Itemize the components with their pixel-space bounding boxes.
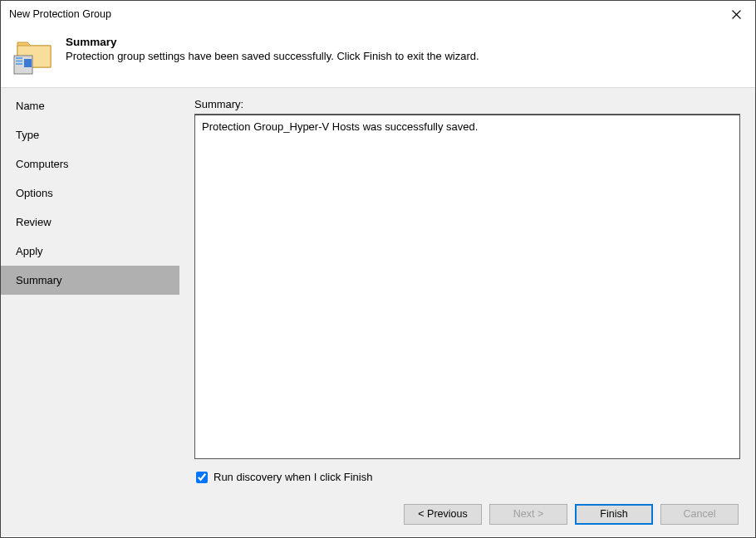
header-icon bbox=[12, 36, 52, 76]
window-title: New Protection Group bbox=[9, 8, 111, 20]
wizard-header: Summary Protection group settings have b… bbox=[1, 27, 755, 88]
sidebar-item-summary[interactable]: Summary bbox=[1, 266, 179, 295]
folder-server-icon bbox=[12, 36, 52, 76]
wizard-footer: < Previous Next > Finish Cancel bbox=[1, 492, 755, 536]
run-discovery-checkbox[interactable] bbox=[196, 472, 208, 483]
close-button[interactable] bbox=[718, 1, 755, 27]
run-discovery-checkbox-row[interactable]: Run discovery when I click Finish bbox=[194, 459, 740, 492]
content-area: Name Type Computers Options Review Apply… bbox=[1, 88, 755, 492]
sidebar-item-review[interactable]: Review bbox=[1, 208, 179, 237]
page-subtitle: Protection group settings have been save… bbox=[66, 50, 744, 62]
svg-rect-5 bbox=[16, 61, 22, 62]
svg-rect-4 bbox=[16, 57, 22, 59]
sidebar-item-computers[interactable]: Computers bbox=[1, 149, 179, 179]
previous-button[interactable]: < Previous bbox=[404, 504, 482, 525]
sidebar-item-options[interactable]: Options bbox=[1, 179, 179, 208]
sidebar-item-apply[interactable]: Apply bbox=[1, 237, 179, 266]
titlebar: New Protection Group bbox=[1, 1, 755, 27]
svg-rect-7 bbox=[24, 59, 32, 67]
summary-label: Summary: bbox=[194, 98, 740, 110]
run-discovery-label: Run discovery when I click Finish bbox=[214, 471, 372, 483]
page-title: Summary bbox=[66, 36, 744, 48]
svg-rect-6 bbox=[16, 63, 22, 65]
finish-button[interactable]: Finish bbox=[575, 504, 653, 525]
summary-textbox[interactable]: Protection Group_Hyper-V Hosts was succe… bbox=[194, 114, 740, 459]
summary-text: Protection Group_Hyper-V Hosts was succe… bbox=[202, 120, 478, 133]
cancel-button: Cancel bbox=[660, 504, 739, 525]
sidebar-item-type[interactable]: Type bbox=[1, 120, 179, 149]
main-panel: Summary: Protection Group_Hyper-V Hosts … bbox=[179, 88, 755, 492]
sidebar-item-name[interactable]: Name bbox=[1, 91, 179, 120]
wizard-steps-sidebar: Name Type Computers Options Review Apply… bbox=[1, 88, 179, 492]
next-button: Next > bbox=[489, 504, 567, 525]
header-text: Summary Protection group settings have b… bbox=[66, 36, 744, 62]
close-icon bbox=[732, 10, 741, 19]
